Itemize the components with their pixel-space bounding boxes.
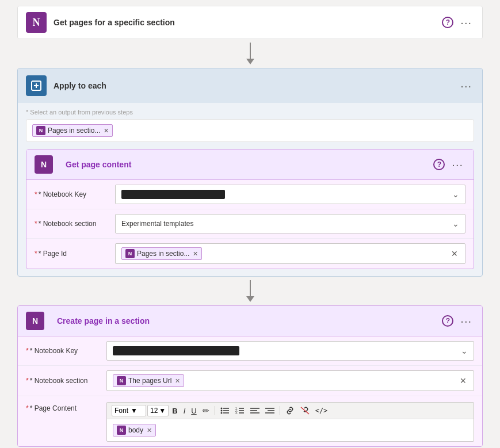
font-size-value: 12 [150,407,158,415]
create-notebook-section-token[interactable]: N The pages Url ✕ [113,374,184,387]
get-page-content-card: N Get page content ? ··· ** Notebook Key… [26,149,474,269]
page-id-row: ** Page Id N Pages in sectio... ✕ ✕ [26,239,474,269]
page-id-clear-button[interactable]: ✕ [450,248,459,259]
code-button[interactable]: </> [313,405,330,416]
page-id-token[interactable]: N Pages in sectio... ✕ [121,247,202,260]
get-pages-more-button[interactable]: ··· [458,15,474,30]
get-pages-help-icon[interactable]: ? [442,17,453,28]
body-token-icon: N [117,426,126,435]
connector-1 [246,39,254,68]
link-button[interactable] [283,405,297,416]
align-left-button[interactable] [248,405,262,416]
token-onenote-icon: N [36,126,45,135]
page-id-input[interactable]: N Pages in sectio... ✕ ✕ [115,243,465,264]
notebook-key-row: ** Notebook Key ⌄ [26,180,474,209]
apply-each-more-button[interactable]: ··· [458,78,474,94]
create-page-help-icon[interactable]: ? [442,315,453,327]
svg-text:3.: 3. [235,411,238,415]
page-id-token-icon: N [125,249,135,258]
highlight-button[interactable]: ✏ [200,405,212,416]
notebook-key-dropdown-arrow: ⌄ [452,190,459,199]
token-label: Pages in sectio... [48,127,100,135]
notebook-key-label: ** Notebook Key [35,190,115,198]
create-page-more-button[interactable]: ··· [458,313,474,329]
page-content-toolbar: Font ▼ 12 ▼ B I U ✏ 1. [107,403,474,419]
create-page-card: N Create page in a section ? ··· ** Note… [17,305,483,447]
font-size-arrow: ▼ [159,407,166,415]
bullet-list-button[interactable] [218,405,232,416]
create-section-token-label: The pages Url [128,377,171,385]
create-notebook-key-label: ** Notebook Key [26,347,106,355]
font-label: Font [114,407,128,415]
font-selector[interactable]: Font ▼ [112,405,146,416]
align-right-button[interactable] [263,405,277,416]
page-content-area[interactable]: N body ✕ [107,419,474,441]
underline-button[interactable]: U [189,405,199,416]
notebook-key-input[interactable]: ⌄ [115,185,465,204]
apply-each-title: Apply to each [54,81,458,90]
get-pages-icon: N [26,12,47,33]
create-page-icon: N [26,312,44,330]
get-page-content-more-button[interactable]: ··· [449,157,465,173]
select-output-label: * Select an output from previous steps [26,109,474,116]
body-token-label: body [128,426,143,434]
create-section-clear-button[interactable]: ✕ [459,375,468,386]
token-close-button[interactable]: ✕ [104,127,109,135]
page-id-token-label: Pages in sectio... [137,250,189,258]
notebook-key-value [121,190,225,199]
get-pages-title: Get pages for a specific section [54,18,442,27]
notebook-section-value: Experimental templates [121,220,193,228]
svg-point-1 [220,408,222,409]
page-id-token-close[interactable]: ✕ [193,250,198,258]
connector-2 [246,277,254,305]
pages-in-section-token[interactable]: N Pages in sectio... ✕ [32,124,113,137]
notebook-section-input[interactable]: Experimental templates ⌄ [115,214,465,233]
get-pages-card: N Get pages for a specific section ? ··· [17,6,483,39]
create-notebook-key-value [113,346,239,355]
bold-button[interactable]: B [170,405,180,416]
apply-to-each-card: Apply to each ··· * Select an output fro… [17,68,483,277]
create-notebook-key-input[interactable]: ⌄ [106,341,474,361]
create-page-content-row: ** Page Content Font ▼ 12 ▼ B I U ✏ [18,396,482,446]
create-section-token-icon: N [117,376,126,385]
create-notebook-section-input[interactable]: N The pages Url ✕ ✕ [106,370,474,391]
apply-each-icon [26,75,47,96]
notebook-section-row: ** Notebook section Experimental templat… [26,209,474,239]
create-notebook-section-label: ** Notebook section [26,377,106,385]
get-page-content-title: Get page content [66,160,433,169]
unlink-button[interactable] [298,405,312,416]
italic-button[interactable]: I [181,405,188,416]
create-notebook-key-row: ** Notebook Key ⌄ [18,336,482,366]
font-size-selector[interactable]: 12 ▼ [147,405,169,416]
create-section-token-close[interactable]: ✕ [175,377,180,385]
create-page-content-label: ** Page Content [26,402,106,412]
svg-point-5 [220,412,222,414]
page-id-label: ** Page Id [35,250,115,258]
numbered-list-button[interactable]: 1.2.3. [233,405,247,416]
create-notebook-key-dropdown-arrow: ⌄ [461,346,468,355]
create-page-title: Create page in a section [57,316,442,326]
pages-token-field[interactable]: N Pages in sectio... ✕ [32,124,468,137]
create-notebook-section-row: ** Notebook section N The pages Url ✕ ✕ [18,366,482,396]
get-page-content-icon: N [35,155,53,174]
body-token[interactable]: N body ✕ [113,424,156,436]
get-page-content-help-icon[interactable]: ? [433,159,445,170]
font-dropdown-arrow: ▼ [131,407,138,415]
svg-point-3 [220,410,222,412]
notebook-section-label: ** Notebook section [35,220,115,228]
body-token-close[interactable]: ✕ [147,427,152,434]
notebook-section-dropdown-arrow: ⌄ [452,219,459,228]
